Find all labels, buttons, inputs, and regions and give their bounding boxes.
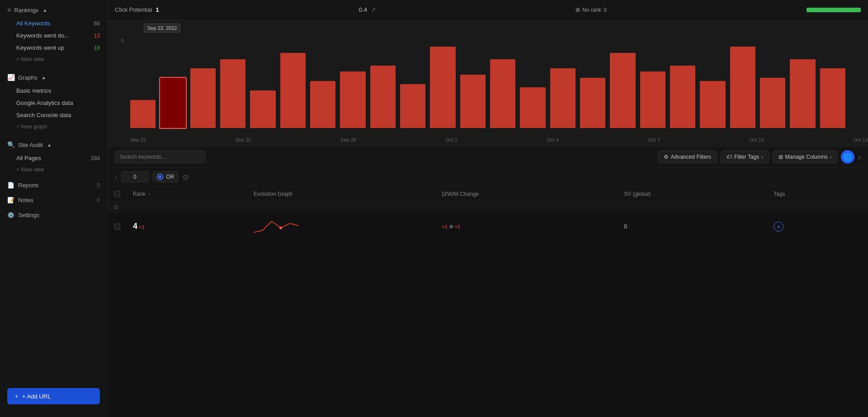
dwm-col-options[interactable]: ··· [482,191,486,197]
row-checkbox-cell [108,213,127,241]
chart-bar[interactable] [580,78,605,128]
th-tags: Tags ··· [767,186,868,202]
rank-col-options[interactable]: ··· [154,191,158,197]
chart-x-label: Sep 22 [130,137,146,142]
search-input[interactable] [115,151,205,163]
chart-bars [108,20,868,128]
table-body: D 4 ×1 [108,202,868,241]
click-potential-score: 0.4 [359,6,367,13]
chart-bar[interactable] [550,68,576,128]
sidebar-section-graphs: 📈 Graphs ▲ Basic metrics Google Analytic… [0,67,107,135]
sidebar-new-view[interactable]: + New view [0,54,107,65]
reports-icon: 📄 [7,182,14,189]
chart-bar[interactable] [190,68,216,128]
chart-bar[interactable] [490,59,515,128]
keywords-toolbar: ⚙ Advanced Filters 🏷 Filter Tags › ⊞ Man… [108,147,868,168]
th-evolution: Evolution Graph ··· [247,186,435,202]
filter-chevron[interactable]: › [115,174,117,180]
row-checkbox[interactable] [114,223,120,230]
rankings-label: Rankings [14,7,38,14]
tags-cell: + [767,213,868,241]
globe-icon: 🌐 [843,153,852,161]
advanced-filters-button[interactable]: ⚙ Advanced Filters [658,151,717,163]
dwm-val-1: ×1 [442,224,448,229]
filter-value[interactable]: 0 [121,171,148,182]
add-tag-button[interactable]: + [774,222,783,232]
evolution-col-options[interactable]: ··· [296,191,300,197]
sidebar-site-audit-header[interactable]: 🔍 Site Audit ▲ [0,137,107,152]
sidebar-item-keywords-up[interactable]: Keywords went up 19 [0,42,107,54]
sidebar-item-all-keywords[interactable]: All Keywords 66 [0,17,107,29]
chart-bar[interactable] [250,90,275,128]
chart-bar[interactable] [670,66,695,128]
chart-bar[interactable] [520,87,545,128]
header-checkbox[interactable] [114,191,120,197]
globe-button[interactable]: 🌐 [841,150,854,164]
chart-bar[interactable] [460,75,486,128]
sidebar-graphs-header[interactable]: 📈 Graphs ▲ [0,70,107,85]
chart-bar[interactable] [400,84,425,128]
evolution-graph [254,217,299,235]
sidebar-new-view-2[interactable]: + New view [0,164,107,175]
or-radio [157,174,163,180]
remove-filter-icon[interactable]: ⊙ [183,173,189,181]
add-url-icon: ＋ [14,392,19,400]
rankings-arrow: ▲ [42,8,47,13]
filter-tags-button[interactable]: 🏷 Filter Tags › [721,151,769,163]
add-url-button[interactable]: ＋ + Add URL [7,388,100,404]
chart-bar[interactable] [370,66,396,128]
chart-bar[interactable] [640,71,665,128]
main-content: Click Potential 1 0.4 ↗ No rank 0 Sep 23… [108,0,868,417]
chart-bar[interactable] [280,53,306,128]
rank-cell: 4 ×1 [127,213,247,241]
columns-icon: ⊞ [778,154,783,160]
chart-bar[interactable] [760,78,785,128]
sidebar-item-google-analytics[interactable]: Google Analytics data [0,97,107,109]
tags-col-options[interactable]: ··· [788,191,793,197]
no-rank-dot [576,8,580,12]
dwm-dot [449,225,453,228]
expand-icon[interactable]: ↗ [371,6,376,13]
sidebar-item-search-console[interactable]: Search Console data [0,109,107,121]
chart-bar[interactable] [130,100,156,128]
new-view-2-label: + New view [16,166,44,173]
sidebar-new-graph[interactable]: + New graph [0,121,107,132]
manage-columns-button[interactable]: ⊞ Manage Columns › [773,151,837,163]
table-row: 4 ×1 ×1 [108,213,868,241]
click-potential-count: 1 [156,6,159,13]
chart-bar[interactable] [160,78,185,128]
add-url-label: + Add URL [22,393,51,400]
chart-bar[interactable] [220,59,245,128]
sv-col-options[interactable]: ··· [654,191,658,197]
all-keywords-label: All Keywords [16,20,50,27]
sv-header-label: SV (global) [624,191,651,197]
sidebar-item-basic-metrics[interactable]: Basic metrics [0,85,107,97]
chart-bar[interactable] [340,71,365,128]
keywords-down-label: Keywords went do... [16,32,69,39]
rankings-icon: ≡ [7,6,11,14]
no-rank-legend: No rank 0 [576,7,607,13]
sidebar-item-all-pages[interactable]: All Pages 284 [0,152,107,164]
filter-tags-chevron: › [761,155,763,160]
rank-header-label: Rank [133,191,146,197]
or-label: OR [166,174,174,180]
chart-bar[interactable] [820,68,845,128]
sidebar-item-settings[interactable]: ⚙️ Settings [0,208,107,223]
sidebar-item-notes[interactable]: 📝 Notes 0 [0,193,107,208]
site-audit-label: Site Audit [18,142,43,148]
more-options-icon[interactable]: › [858,152,861,162]
chart-bar[interactable] [610,53,635,128]
sidebar-rankings-header[interactable]: ≡ Rankings ▲ [0,3,107,17]
sidebar-item-reports[interactable]: 📄 Reports 0 [0,178,107,193]
chart-x-axis: Sep 22Sep 25Sep 28Oct 1Oct 4Oct 7Oct 10O… [130,137,868,142]
chart-bar[interactable] [790,59,815,128]
rank-sort-icon[interactable]: ↑ [148,192,151,197]
chart-bar[interactable] [700,81,725,128]
chart-x-label: Sep 25 [236,137,251,142]
chart-bar[interactable] [730,47,755,128]
chart-bar[interactable] [310,81,335,128]
sidebar-item-keywords-down[interactable]: Keywords went do... 13 [0,29,107,42]
filter-row: › 0 OR ⊙ [108,168,868,186]
search-console-label: Search Console data [16,112,71,118]
chart-bar[interactable] [430,47,455,128]
